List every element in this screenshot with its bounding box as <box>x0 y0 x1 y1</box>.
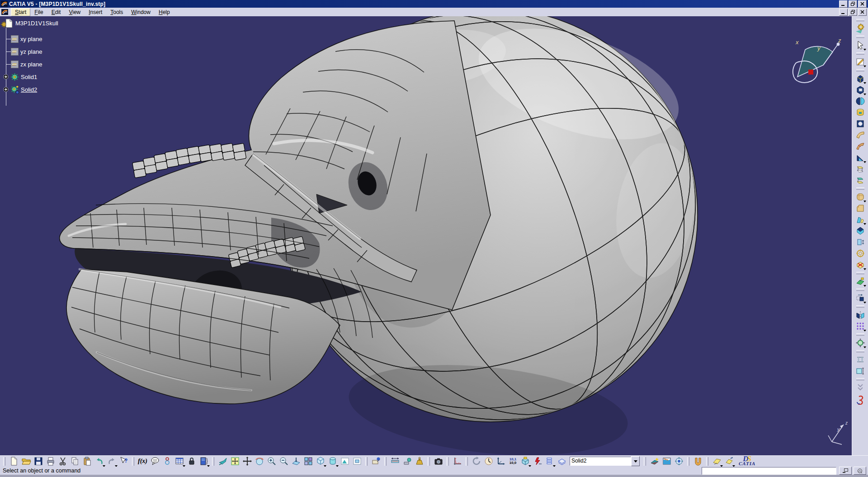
measure-between-icon[interactable] <box>389 456 401 467</box>
slot-icon[interactable] <box>854 140 866 152</box>
remove-face-icon[interactable] <box>854 259 866 270</box>
pan-icon[interactable] <box>241 456 253 467</box>
capture-icon[interactable] <box>432 456 444 467</box>
decimal-display-icon[interactable]: 10,110,0 <box>507 456 519 467</box>
menu-file[interactable]: File <box>30 8 47 16</box>
design-table-icon[interactable] <box>173 456 185 467</box>
toolbar-grip[interactable] <box>365 457 368 466</box>
toolbar-grip[interactable] <box>466 457 468 466</box>
view-mode-alt-icon[interactable] <box>351 456 363 467</box>
print-icon[interactable] <box>44 456 57 467</box>
historic-graph-icon[interactable] <box>543 456 556 467</box>
toolbar-grip[interactable] <box>706 457 708 466</box>
thread-tap-icon[interactable] <box>854 248 866 259</box>
groove-icon[interactable] <box>854 107 866 118</box>
update-icon[interactable] <box>470 456 482 467</box>
toolbar-grip[interactable] <box>856 305 864 308</box>
rotate-icon[interactable] <box>253 456 265 467</box>
formula-icon[interactable]: f(x) <box>137 456 149 467</box>
command-input[interactable] <box>702 467 836 475</box>
datum-icon[interactable] <box>648 456 660 467</box>
expand-icon[interactable] <box>3 87 9 92</box>
menu-window[interactable]: Window <box>127 8 155 16</box>
apply-material-icon[interactable] <box>519 456 531 467</box>
sketcher-icon[interactable] <box>854 56 866 67</box>
menu-edit[interactable]: Edit <box>47 8 65 16</box>
view-compass[interactable]: x y z <box>790 38 845 83</box>
parameters-icon[interactable] <box>161 456 173 467</box>
constraint-icon[interactable] <box>854 354 866 365</box>
doc-restore-button[interactable] <box>849 9 857 16</box>
profile-icon[interactable] <box>692 456 704 467</box>
zoom-in-icon[interactable] <box>265 456 278 467</box>
measure-item-icon[interactable] <box>401 456 413 467</box>
power-input-toggle-button[interactable] <box>854 467 866 475</box>
compass-anchor[interactable] <box>808 70 813 75</box>
dialog-toggle-button[interactable] <box>839 467 852 475</box>
toolbar-grip[interactable] <box>428 457 430 466</box>
minimize-button[interactable] <box>839 0 848 8</box>
knowledge-update-icon[interactable] <box>531 456 543 467</box>
iso-view-icon[interactable] <box>314 456 326 467</box>
catalog-browser-icon[interactable] <box>370 456 382 467</box>
3d-viewport[interactable]: M3P1D1V1Skull xy plane yz plane zx plane <box>0 16 852 455</box>
dimension-icon[interactable] <box>854 365 866 376</box>
select-cursor-icon[interactable] <box>854 39 866 51</box>
toolbar-grip[interactable] <box>856 289 864 291</box>
layers-icon[interactable] <box>556 456 568 467</box>
toolbar-grip[interactable] <box>212 457 214 466</box>
tree-item-zx-plane[interactable]: zx plane <box>11 59 42 69</box>
menu-insert[interactable]: Insert <box>85 8 106 16</box>
render-style-icon[interactable] <box>326 456 339 467</box>
save-icon[interactable] <box>32 456 44 467</box>
toolbar-grip[interactable] <box>856 350 864 352</box>
menu-view[interactable]: View <box>65 8 85 16</box>
catalog-icon[interactable] <box>198 456 210 467</box>
more-tools-chevron-icon[interactable] <box>854 382 866 393</box>
thickness-icon[interactable] <box>854 236 866 248</box>
toolbar-grip[interactable] <box>384 457 387 466</box>
tree-item-solid2[interactable]: Solid2 <box>3 84 37 94</box>
translate-icon[interactable] <box>854 292 866 304</box>
zoom-out-icon[interactable] <box>278 456 290 467</box>
fill-surface-icon[interactable] <box>723 456 735 467</box>
fly-mode-icon[interactable] <box>217 456 229 467</box>
sew-surface-icon[interactable] <box>854 276 866 287</box>
toolbar-grip[interactable] <box>856 52 864 55</box>
paint-map-icon[interactable] <box>660 456 673 467</box>
redo-icon[interactable] <box>105 456 118 467</box>
whats-this-icon[interactable]: ? <box>118 456 130 467</box>
toolbar-grip[interactable] <box>856 378 864 380</box>
focus-target-icon[interactable] <box>673 456 685 467</box>
open-folder-icon[interactable] <box>20 456 32 467</box>
expand-icon[interactable] <box>3 74 9 80</box>
axis-system-icon[interactable] <box>495 456 507 467</box>
edge-fillet-icon[interactable] <box>854 191 866 202</box>
rectangular-pattern-icon[interactable] <box>854 320 866 332</box>
toolbar-grip[interactable] <box>644 457 646 466</box>
current-object-value[interactable]: Solid2 <box>570 457 631 466</box>
toolbar-grip[interactable] <box>856 187 864 190</box>
scaling-icon[interactable] <box>854 337 866 348</box>
loft-icon[interactable] <box>854 163 866 174</box>
skull-model[interactable] <box>0 16 852 455</box>
undo-icon[interactable] <box>93 456 105 467</box>
tree-root[interactable]: M3P1D1V1Skull <box>1 18 58 28</box>
normal-view-icon[interactable] <box>290 456 302 467</box>
workbench-icon[interactable] <box>854 23 866 34</box>
comment-icon[interactable] <box>149 456 161 467</box>
toolbar-grip[interactable] <box>856 272 864 274</box>
toolbar-grip[interactable] <box>856 36 864 38</box>
doc-close-button[interactable] <box>858 9 867 16</box>
removed-loft-icon[interactable] <box>854 174 866 186</box>
rib-icon[interactable] <box>854 129 866 140</box>
shell-icon[interactable] <box>854 225 866 236</box>
mirror-icon[interactable] <box>854 309 866 320</box>
doc-minimize-button[interactable] <box>839 9 848 16</box>
hole-icon[interactable] <box>854 118 866 129</box>
join-surface-icon[interactable] <box>711 456 723 467</box>
lock-icon[interactable] <box>185 456 198 467</box>
toolbar-grip[interactable] <box>132 457 134 466</box>
close-button[interactable] <box>858 0 867 8</box>
toolbar-grip[interactable] <box>856 19 864 21</box>
